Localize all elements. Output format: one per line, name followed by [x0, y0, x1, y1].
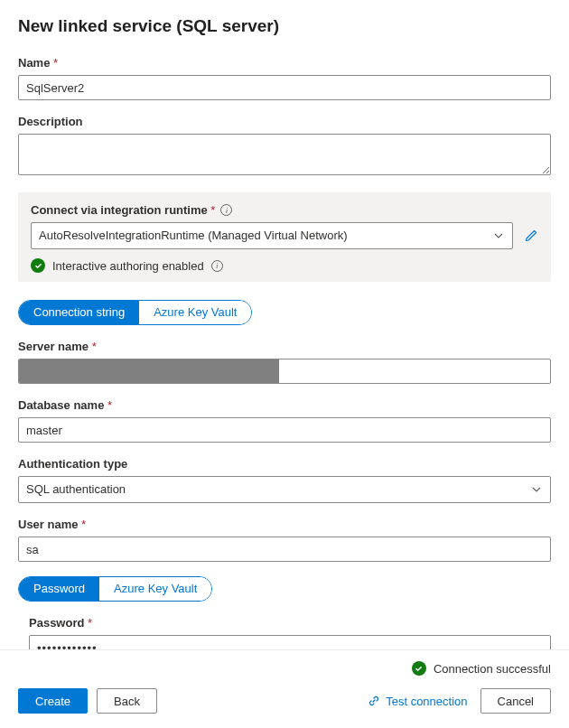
tab-connection-string[interactable]: Connection string	[19, 301, 139, 324]
username-field: User name	[18, 518, 551, 562]
test-connection-label: Test connection	[386, 695, 467, 708]
check-circle-icon	[31, 258, 45, 273]
description-textarea[interactable]	[18, 134, 551, 175]
server-name-field: Server name	[18, 340, 551, 384]
info-icon[interactable]: i	[220, 204, 232, 216]
edit-icon[interactable]	[524, 229, 538, 243]
interactive-authoring-status: Interactive authoring enabled	[52, 259, 204, 273]
tab-azure-key-vault[interactable]: Azure Key Vault	[139, 301, 251, 324]
description-label: Description	[18, 115, 551, 128]
authentication-type-select[interactable]: SQL authentication	[18, 476, 551, 503]
create-button[interactable]: Create	[18, 688, 88, 714]
database-name-field: Database name	[18, 398, 551, 443]
server-name-label: Server name	[18, 340, 551, 353]
description-field: Description	[18, 115, 551, 178]
connection-status: Connection successful	[434, 662, 551, 676]
name-field: Name	[18, 56, 551, 100]
redacted-value	[19, 359, 279, 383]
authentication-type-field: Authentication type SQL authentication	[18, 457, 551, 503]
check-circle-icon	[412, 661, 426, 676]
server-name-input[interactable]	[18, 359, 551, 384]
integration-runtime-select[interactable]: AutoResolveIntegrationRuntime (Managed V…	[31, 222, 513, 249]
connection-source-tabs: Connection string Azure Key Vault	[18, 300, 252, 325]
integration-runtime-label: Connect via integration runtime	[31, 203, 215, 217]
password-label: Password	[29, 616, 551, 630]
connection-icon	[368, 695, 380, 707]
footer: Connection successful Create Back Test c…	[0, 649, 569, 728]
username-input[interactable]	[18, 537, 551, 562]
page-title: New linked service (SQL server)	[18, 16, 551, 36]
name-input[interactable]	[18, 75, 551, 100]
username-label: User name	[18, 518, 551, 531]
chevron-down-icon	[532, 485, 541, 494]
authentication-type-value: SQL authentication	[26, 481, 126, 498]
test-connection-button[interactable]: Test connection	[368, 695, 467, 708]
password-source-tabs: Password Azure Key Vault	[18, 576, 212, 602]
name-label: Name	[18, 56, 551, 70]
cancel-button[interactable]: Cancel	[480, 688, 551, 714]
integration-runtime-value: AutoResolveIntegrationRuntime (Managed V…	[39, 228, 348, 244]
database-name-label: Database name	[18, 398, 551, 412]
info-icon[interactable]: i	[211, 260, 223, 272]
tab-password[interactable]: Password	[19, 577, 99, 601]
chevron-down-icon	[494, 231, 503, 240]
back-button[interactable]: Back	[97, 688, 157, 714]
integration-runtime-panel: Connect via integration runtime i AutoRe…	[18, 192, 551, 282]
authentication-type-label: Authentication type	[18, 457, 551, 471]
tab-password-key-vault[interactable]: Azure Key Vault	[99, 577, 211, 601]
database-name-input[interactable]	[18, 417, 551, 443]
